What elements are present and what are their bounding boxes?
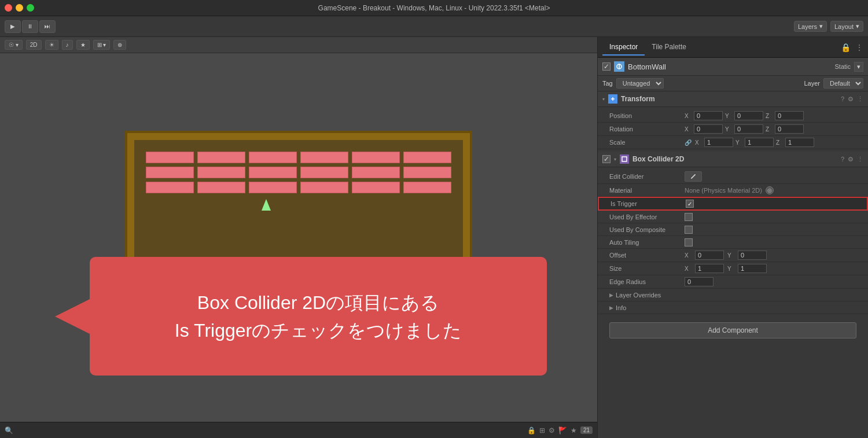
offset-x-label: X bbox=[685, 252, 692, 259]
annotation-text: Box Collider 2Dの項目にある Is Triggerのチェックをつけ… bbox=[163, 277, 473, 356]
scale-z-input[interactable] bbox=[785, 138, 814, 147]
layer-dropdown[interactable]: Default bbox=[823, 78, 863, 89]
title-bar: GameScene - Breakout - Windows, Mac, Lin… bbox=[0, 0, 868, 16]
edge-radius-input[interactable] bbox=[685, 277, 713, 286]
edit-collider-button[interactable] bbox=[685, 171, 702, 182]
tab-tile-palette[interactable]: Tile Palette bbox=[645, 39, 693, 56]
transform-icon bbox=[608, 94, 617, 104]
layers-icon: ⊞ bbox=[539, 426, 545, 435]
lock-panel-icon[interactable]: 🔒 bbox=[841, 43, 851, 52]
collider-settings-icon[interactable]: ⚙ bbox=[848, 156, 854, 163]
scale-label: Scale bbox=[609, 139, 685, 146]
scale-values: 🔗 X Y Z bbox=[685, 138, 863, 147]
transform-settings-icon[interactable]: ⚙ bbox=[848, 95, 854, 103]
gameobject-header: ✓ BottomWall Static ▾ bbox=[598, 58, 868, 76]
gameobject-active-toggle[interactable]: ✓ bbox=[602, 62, 610, 71]
offset-x-input[interactable] bbox=[695, 251, 724, 260]
transform-component-header[interactable]: ▾ Transform ? ⚙ ⋮ bbox=[598, 91, 868, 107]
toolbar-right: Layers ▾ Layout ▾ bbox=[794, 21, 863, 32]
layer-overrides-row[interactable]: ▶ Layer Overrides bbox=[598, 289, 868, 301]
close-button[interactable] bbox=[5, 4, 12, 12]
auto-tiling-checkbox[interactable] bbox=[685, 238, 693, 246]
edit-collider-value bbox=[685, 171, 863, 182]
collider-actions: ? ⚙ ⋮ bbox=[841, 156, 863, 163]
collider-name: Box Collider 2D bbox=[632, 155, 837, 163]
layout-chevron-icon: ▾ bbox=[856, 23, 859, 30]
material-picker-button[interactable]: ◎ bbox=[766, 186, 774, 194]
gameobject-name[interactable]: BottomWall bbox=[628, 62, 831, 71]
brick bbox=[197, 167, 245, 178]
offset-y-input[interactable] bbox=[738, 251, 767, 260]
scene-area: ☉ ▾ 2D ☀ ♪ ★ ⊞ ▾ ⊕ bbox=[0, 37, 597, 438]
edit-collider-row: Edit Collider bbox=[598, 170, 868, 184]
rotation-xyz: X Y Z bbox=[685, 124, 804, 134]
layout-dropdown[interactable]: Layout ▾ bbox=[830, 21, 863, 32]
gizmo-toggle[interactable]: ⊕ bbox=[113, 40, 126, 50]
2d-button[interactable]: 2D bbox=[26, 40, 42, 50]
tag-dropdown[interactable]: Untagged bbox=[616, 78, 664, 89]
transform-props: Position X Y Z Rotation bbox=[598, 107, 868, 152]
top-toolbar: ▶ ⏸ ⏭ Layers ▾ Layout ▾ bbox=[0, 16, 868, 37]
collider-enabled-toggle[interactable]: ✓ bbox=[602, 155, 610, 163]
brick bbox=[249, 152, 297, 163]
maximize-button[interactable] bbox=[27, 4, 34, 12]
position-x-input[interactable] bbox=[694, 111, 723, 120]
scene-view-options[interactable]: ⊞ ▾ bbox=[93, 40, 111, 50]
window-controls[interactable] bbox=[5, 4, 34, 12]
collider-more-icon[interactable]: ⋮ bbox=[857, 156, 863, 163]
position-xyz: X Y Z bbox=[685, 111, 804, 120]
x-label: X bbox=[685, 113, 692, 119]
size-y-input[interactable] bbox=[738, 264, 767, 273]
brick bbox=[300, 152, 348, 163]
inspector-content[interactable]: ✓ BottomWall Static ▾ Tag Untagged Layer bbox=[598, 58, 868, 438]
brick bbox=[146, 167, 194, 178]
used-by-effector-checkbox[interactable] bbox=[685, 213, 693, 221]
rotation-x-input[interactable] bbox=[694, 124, 723, 134]
position-z-input[interactable] bbox=[775, 111, 804, 120]
minimize-button[interactable] bbox=[16, 4, 23, 12]
size-x-input[interactable] bbox=[695, 264, 724, 273]
brick bbox=[403, 182, 451, 193]
boxcollider-header[interactable]: ✓ ▾ Box Collider 2D ? ⚙ ⋮ bbox=[598, 152, 868, 167]
collider-help-icon[interactable]: ? bbox=[841, 156, 844, 163]
rotation-z-input[interactable] bbox=[775, 124, 804, 134]
scene-view[interactable]: Box Collider 2Dの項目にある Is Triggerのチェックをつけ… bbox=[0, 53, 597, 422]
transform-help-icon[interactable]: ? bbox=[841, 95, 844, 103]
layer-overrides-label: Layer Overrides bbox=[616, 292, 661, 299]
is-trigger-checkbox[interactable]: ✓ bbox=[686, 200, 694, 208]
right-panel: Inspector Tile Palette 🔒 ⋮ ✓ BottomWall … bbox=[597, 37, 868, 438]
static-dropdown[interactable]: ▾ bbox=[854, 62, 863, 72]
play-button[interactable]: ▶ bbox=[5, 20, 21, 33]
bottom-bar-right: 🔒 ⊞ ⚙ 🚩 ★ 21 bbox=[527, 426, 593, 435]
transform-name: Transform bbox=[621, 95, 837, 103]
step-button[interactable]: ⏭ bbox=[39, 20, 56, 33]
used-by-effector-value bbox=[685, 213, 863, 221]
layers-dropdown[interactable]: Layers ▾ bbox=[794, 21, 827, 32]
scale-row: Scale 🔗 X Y Z bbox=[598, 136, 868, 149]
rotation-y-input[interactable] bbox=[734, 124, 763, 134]
collider-icon bbox=[620, 154, 629, 164]
scale-x-input[interactable] bbox=[704, 138, 733, 147]
audio-toggle[interactable]: ♪ bbox=[62, 40, 73, 50]
more-options-icon[interactable]: ⋮ bbox=[855, 43, 863, 52]
gizmo-dropdown[interactable]: ☉ ▾ bbox=[5, 40, 23, 50]
transform-more-icon[interactable]: ⋮ bbox=[857, 95, 863, 103]
fx-toggle[interactable]: ★ bbox=[76, 40, 90, 50]
tab-inspector[interactable]: Inspector bbox=[602, 39, 645, 56]
position-y-input[interactable] bbox=[734, 111, 763, 120]
material-label: Material bbox=[609, 187, 685, 194]
size-row: Size X Y bbox=[598, 262, 868, 275]
pause-button[interactable]: ⏸ bbox=[22, 20, 38, 33]
rotation-label: Rotation bbox=[609, 126, 685, 132]
light-toggle[interactable]: ☀ bbox=[45, 40, 58, 50]
edit-icon bbox=[690, 173, 697, 180]
scale-y-input[interactable] bbox=[745, 138, 774, 147]
flag-icon: 🚩 bbox=[558, 426, 567, 435]
sz-label: Z bbox=[776, 139, 783, 146]
used-by-composite-checkbox[interactable] bbox=[685, 226, 693, 234]
info-row[interactable]: ▶ Info bbox=[598, 301, 868, 314]
annotation-line2: Is Triggerのチェックをつけました bbox=[175, 316, 462, 344]
is-trigger-label: Is Trigger bbox=[610, 200, 686, 207]
rotation-row: Rotation X Y Z bbox=[598, 123, 868, 136]
add-component-button[interactable]: Add Component bbox=[609, 322, 856, 338]
